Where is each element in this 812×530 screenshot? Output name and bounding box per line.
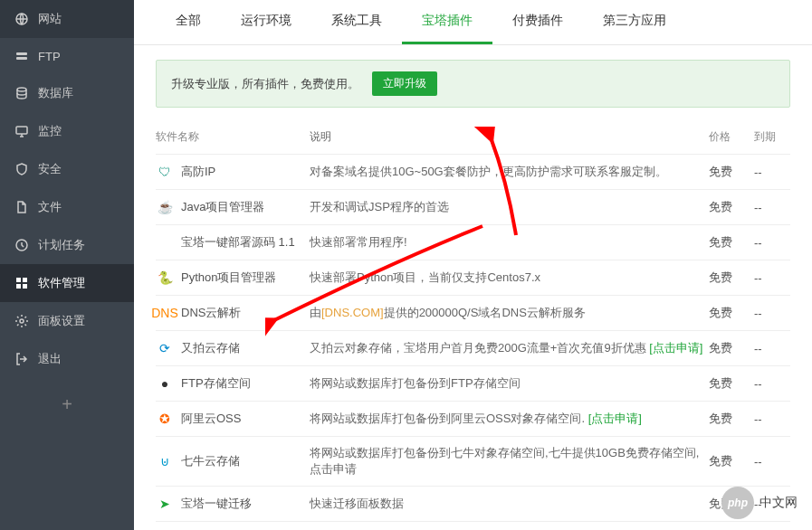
tab-4[interactable]: 付费插件 (492, 0, 583, 44)
sidebar-item-label: 数据库 (38, 85, 73, 101)
sidebar-item-label: 网站 (38, 11, 62, 27)
row-desc-text: 对备案域名提供10G~50G套餐防护，更高防护需求可联系客服定制。 (310, 165, 667, 178)
svg-rect-7 (23, 278, 27, 282)
app-name[interactable]: 宝塔一键部署源码 1.1 (181, 234, 295, 251)
table-row: ➤宝塔一键迁移快速迁移面板数据免费-- (156, 487, 790, 522)
sidebar-item-globe[interactable]: 网站 (0, 0, 134, 38)
app-icon: ⟳ (156, 339, 174, 357)
app-name[interactable]: Python项目管理器 (181, 270, 276, 286)
row-price: 免费 (709, 270, 754, 286)
row-name-cell: 宝塔一键部署源码 1.1 (156, 233, 310, 251)
tab-5[interactable]: 第三方应用 (583, 0, 686, 44)
table-row: DNSDNS云解析由[DNS.COM]提供的200000Q/S域名DNS云解析服… (156, 296, 790, 331)
row-name-cell: ⟳又拍云存储 (156, 339, 310, 357)
svg-rect-2 (16, 57, 27, 60)
row-name-cell: 🐍Python项目管理器 (156, 269, 310, 287)
row-desc-text: 快速部署常用程序! (310, 235, 407, 249)
tab-3[interactable]: 宝塔插件 (402, 0, 492, 44)
row-expire: -- (754, 236, 790, 250)
sidebar-item-label: 监控 (38, 123, 62, 139)
sidebar-item-label: 面板设置 (38, 313, 85, 329)
tab-2[interactable]: 系统工具 (311, 0, 402, 44)
row-expire: -- (754, 377, 790, 391)
app-name[interactable]: 阿里云OSS (181, 411, 241, 427)
ftp-icon (14, 49, 29, 63)
row-expire: -- (754, 166, 790, 179)
app-icon: ⊍ (156, 452, 174, 470)
row-desc-cell: 对备案域名提供10G~50G套餐防护，更高防护需求可联系客服定制。 (310, 164, 709, 180)
app-name[interactable]: 高防IP (181, 164, 215, 180)
row-desc-link[interactable]: [点击申请] (588, 412, 642, 425)
php-logo-icon: php (721, 487, 754, 519)
sidebar-item-database[interactable]: 数据库 (0, 74, 134, 112)
row-desc-cell: 将网站或数据库打包备份到FTP存储空间 (310, 375, 709, 392)
row-price: 免费 (709, 164, 754, 180)
row-desc-cell: 由[DNS.COM]提供的200000Q/S域名DNS云解析服务 (310, 305, 709, 321)
app-icon (156, 233, 174, 251)
row-desc-link[interactable]: 点击申请 (310, 462, 357, 476)
row-name-cell: ✪阿里云OSS (156, 410, 310, 428)
row-desc-link[interactable]: [点击申请] (649, 341, 702, 355)
app-icon: ● (156, 374, 174, 393)
sidebar-item-clock[interactable]: 计划任务 (0, 226, 134, 264)
sidebar-item-exit[interactable]: 退出 (0, 340, 134, 378)
sidebar-item-gear[interactable]: 面板设置 (0, 302, 134, 340)
row-expire: -- (754, 271, 790, 285)
upgrade-notice: 升级专业版，所有插件，免费使用。 立即升级 (156, 60, 790, 108)
sidebar-item-monitor[interactable]: 监控 (0, 112, 134, 150)
sidebar-item-label: 安全 (38, 161, 62, 177)
sidebar-item-file[interactable]: 文件 (0, 188, 134, 226)
row-expire: -- (754, 412, 790, 426)
sidebar-item-grid[interactable]: 软件管理 (0, 264, 134, 302)
app-icon: 🛡 (156, 163, 174, 181)
row-expire: -- (754, 201, 790, 214)
row-desc-cell: 将网站或数据库打包备份到七牛对象存储空间,七牛提供10GB免费存储空间, 点击申… (310, 445, 709, 478)
app-icon: ✪ (156, 410, 174, 428)
globe-icon (14, 12, 29, 26)
grid-icon (14, 276, 29, 290)
clock-icon (14, 238, 29, 252)
table-row: ✪阿里云OSS将网站或数据库打包备份到阿里云OSS对象存储空间. [点击申请]免… (156, 402, 790, 437)
table-row: 宝塔一键部署源码 1.1快速部署常用程序!免费-- (156, 225, 790, 260)
row-price: 免费 (709, 340, 754, 356)
table-row: 🐍Python项目管理器快速部署Python项目，当前仅支持Centos7.x免… (156, 260, 790, 296)
row-name-cell: ➤宝塔一键迁移 (156, 495, 310, 513)
app-name[interactable]: Java项目管理器 (181, 199, 264, 215)
sidebar-item-shield[interactable]: 安全 (0, 150, 134, 188)
table-header: 软件名称 说明 价格 到期 (156, 120, 790, 155)
tab-1[interactable]: 运行环境 (221, 0, 311, 44)
row-name-cell: ☕Java项目管理器 (156, 198, 310, 216)
row-expire: -- (754, 307, 790, 320)
app-name[interactable]: FTP存储空间 (181, 375, 251, 392)
svg-rect-8 (16, 284, 21, 289)
database-icon (14, 86, 29, 100)
app-icon: ➤ (156, 495, 174, 513)
app-name[interactable]: 又拍云存储 (181, 340, 240, 356)
upgrade-button[interactable]: 立即升级 (372, 71, 437, 96)
shield-icon (14, 162, 29, 176)
row-price: 免费 (709, 199, 754, 215)
row-desc-link[interactable]: [DNS.COM] (321, 306, 384, 319)
header-name: 软件名称 (156, 129, 310, 145)
php-brand-badge: php 中文网 (721, 487, 798, 519)
php-brand-text: 中文网 (759, 495, 798, 511)
gear-icon (14, 314, 29, 328)
row-desc-text: 快速迁移面板数据 (310, 497, 404, 510)
file-icon (14, 200, 29, 214)
sidebar: 网站FTP数据库监控安全文件计划任务软件管理面板设置退出 + (0, 0, 134, 530)
row-price: 免费 (709, 453, 754, 469)
sidebar-item-ftp[interactable]: FTP (0, 38, 134, 74)
svg-rect-4 (16, 127, 27, 134)
svg-rect-9 (23, 284, 27, 289)
sidebar-item-label: FTP (38, 50, 61, 63)
row-desc-text: 快速部署Python项目，当前仅支持Centos7.x (310, 270, 540, 284)
app-name[interactable]: DNS云解析 (181, 305, 241, 321)
svg-rect-1 (16, 52, 27, 55)
app-name[interactable]: 七牛云存储 (181, 453, 240, 469)
app-name[interactable]: 宝塔一键迁移 (181, 496, 252, 512)
sidebar-add-button[interactable]: + (0, 378, 134, 431)
sidebar-item-label: 退出 (38, 351, 62, 367)
svg-rect-6 (16, 278, 21, 282)
tab-0[interactable]: 全部 (156, 0, 221, 44)
row-desc-cell: 快速部署Python项目，当前仅支持Centos7.x (310, 270, 709, 286)
